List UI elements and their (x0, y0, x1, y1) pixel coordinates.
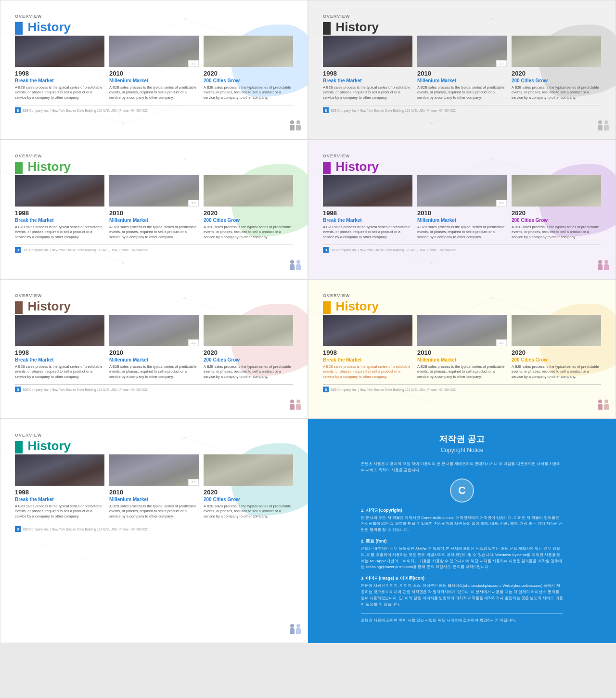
slide-row-2: OVERVIEW History 1998 Break the Market A… (0, 140, 616, 279)
photo-3 (512, 36, 601, 67)
events-columns: 1998 Break the Market A B2B sales proces… (323, 175, 601, 240)
svg-line-47 (31, 542, 123, 573)
event-col-1: 1998 Break the Market A B2B sales proces… (323, 175, 412, 240)
slide-1: OVERVIEW History 1998 Break the Market A… (0, 0, 308, 140)
people-icon (290, 624, 301, 634)
person-fig-1 (290, 260, 295, 270)
event-title-2: Millenium Market (417, 357, 507, 362)
slide-6: OVERVIEW History 1998 Break the Market A… (308, 279, 616, 419)
event-col-1: 1998 Break the Market A B2B sales proces… (15, 175, 104, 240)
svg-point-16 (491, 18, 494, 20)
event-col-3: 2020 200 Cities Grow A B2B sales process… (512, 36, 601, 101)
event-col-3: 2020 200 Cities Grow A B2B sales process… (512, 315, 601, 380)
event-desc-3: A B2B sales process is the typical serie… (204, 364, 293, 380)
event-title-1: Break the Market (15, 78, 104, 83)
photo-2: 2.0 (109, 454, 199, 486)
photo-badge: 2.0 (496, 339, 507, 346)
event-title-2: Millenium Market (109, 497, 199, 502)
person-body (598, 264, 603, 270)
photo-1 (323, 36, 412, 67)
photo-2: 2.0 (109, 315, 199, 346)
event-desc-2: A B2B sales process is the typical serie… (109, 364, 199, 380)
event-desc-1: A B2B sales process is the typical serie… (15, 85, 104, 101)
event-title-1: Break the Market (323, 357, 412, 362)
person-head (598, 260, 602, 264)
person-head (296, 120, 300, 124)
people-icon (290, 120, 301, 130)
person-fig-1 (290, 120, 295, 130)
people-icon (290, 260, 301, 270)
event-col-1: 1998 Break the Market A B2B sales proces… (323, 315, 412, 380)
copyright-c-symbol: C (450, 478, 474, 503)
year-2: 2010 (109, 489, 199, 496)
copyright-panel: 저작권 공고 Copyright Notice 콘텐츠 사용은 이용자의 책임 … (308, 419, 616, 643)
year-3: 2020 (512, 70, 601, 77)
person-head (296, 400, 300, 403)
year-1: 1998 (15, 349, 104, 356)
event-desc-1: A B2B sales process is the typical serie… (323, 225, 412, 240)
people-icon (598, 260, 609, 270)
person-head (290, 120, 294, 124)
person-body (296, 628, 301, 634)
slide-7: OVERVIEW History 1998 Break the Market A… (0, 419, 308, 643)
year-3: 2020 (204, 349, 293, 356)
year-1: 1998 (323, 70, 412, 77)
photo-2: 2.0 (417, 175, 507, 207)
accent-bar (15, 441, 23, 453)
event-col-1: 1998 Break the Market A B2B sales proces… (15, 36, 104, 101)
event-col-2: 2.0 2010 Millenium Market A B2B sales pr… (417, 315, 507, 380)
photo-3 (512, 175, 601, 207)
event-desc-2: A B2B sales process is the typical serie… (109, 504, 199, 519)
svg-point-24 (122, 262, 125, 264)
event-col-1: 1998 Break the Market A B2B sales proces… (15, 454, 104, 519)
photo-1 (323, 175, 412, 207)
event-title-1: Break the Market (323, 78, 412, 83)
year-1: 1998 (15, 209, 104, 217)
event-title-1: Break the Market (15, 218, 104, 223)
event-desc-1: A B2B sales process is the typical serie… (323, 85, 412, 101)
svg-point-43 (491, 297, 494, 299)
event-title-3: 200 Cities Grow (204, 218, 293, 223)
person-fig-2 (296, 120, 301, 130)
event-title-2: Millenium Market (417, 218, 507, 223)
person-fig-2 (604, 260, 609, 270)
event-desc-2: A B2B sales process is the typical serie… (417, 85, 507, 101)
event-col-1: 1998 Break the Market A B2B sales proces… (15, 315, 104, 380)
person-head (296, 260, 300, 264)
person-fig-1 (290, 400, 295, 410)
photo-2: 2.0 (109, 175, 199, 207)
slide-row-1: OVERVIEW History 1998 Break the Market A… (0, 0, 616, 140)
slide-row-3: OVERVIEW History 1998 Break the Market A… (0, 279, 616, 419)
photo-1 (15, 454, 104, 486)
person-head (604, 120, 608, 124)
person-fig-1 (290, 624, 295, 634)
svg-point-37 (183, 297, 186, 299)
event-col-3: 2020 200 Cities Grow A B2B sales process… (204, 454, 293, 519)
copyright-section1-title: 1. 서작권(Copyright) (361, 507, 563, 514)
event-title-2: Millenium Market (417, 78, 507, 83)
event-col-2: 2.0 2010 Millenium Market A B2B sales pr… (109, 36, 199, 101)
events-columns: 1998 Break the Market A B2B sales proces… (323, 36, 601, 101)
photo-3 (204, 315, 293, 346)
person-body (604, 264, 609, 270)
svg-point-7 (183, 18, 186, 20)
accent-bar (323, 162, 331, 174)
copyright-section2-text: 폰트는 내부적인 서무 용도로만 사용될 수 있으며 본 문서에 포함된 폰트의… (361, 546, 563, 570)
event-desc-3: A B2B sales process is the typical serie… (204, 225, 293, 240)
event-title-3: 200 Cities Grow (204, 357, 293, 362)
event-desc-2: A B2B sales process is the typical serie… (109, 225, 199, 240)
events-columns: 1998 Break the Market A B2B sales proces… (15, 454, 293, 519)
svg-point-23 (183, 157, 186, 160)
person-body (290, 264, 295, 270)
year-1: 1998 (15, 489, 104, 496)
year-3: 2020 (512, 209, 601, 217)
photo-1 (15, 175, 104, 207)
copyright-title-english: Copyright Notice (361, 447, 563, 453)
bottom-row: OVERVIEW History 1998 Break the Market A… (0, 419, 616, 643)
event-title-3: 200 Cities Grow (512, 78, 601, 83)
events-columns: 1998 Break the Market A B2B sales proces… (15, 175, 293, 240)
event-col-1: 1998 Break the Market A B2B sales proces… (323, 36, 412, 101)
event-title-3: 200 Cities Grow (512, 357, 601, 362)
event-col-2: 2.0 2010 Millenium Market A B2B sales pr… (417, 36, 507, 101)
person-body (604, 125, 609, 130)
